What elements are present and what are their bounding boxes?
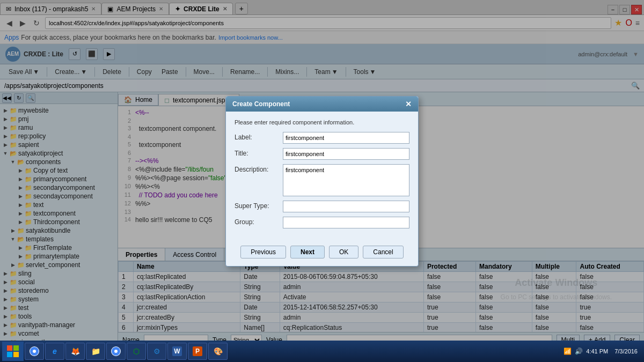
next-label: Next	[301, 248, 314, 256]
ok-label: OK	[339, 248, 348, 256]
supertype-input[interactable]	[283, 201, 409, 212]
word-icon: W	[172, 346, 182, 356]
svg-rect-0	[7, 345, 12, 351]
taskbar-chrome2[interactable]	[106, 343, 126, 360]
modal-overlay: Create Component ✕ Please enter required…	[0, 0, 644, 362]
ie-icon: e	[50, 346, 60, 356]
title-row: Title:	[235, 148, 409, 160]
ok-button[interactable]: OK	[329, 246, 358, 258]
taskbar-ppt[interactable]: P	[188, 343, 207, 360]
taskbar-ie[interactable]: e	[45, 343, 64, 360]
taskbar-app8[interactable]: ⚙	[147, 343, 166, 360]
app8-icon: ⚙	[152, 346, 162, 356]
taskbar-paint[interactable]: 🎨	[208, 343, 228, 360]
next-button[interactable]: Next	[290, 246, 325, 258]
supertype-field-label: Super Type:	[235, 201, 283, 210]
taskbar: e 🦊 📁 ⬡ ⚙ W P 🎨	[0, 341, 644, 362]
modal-footer: Previous Next OK Cancel	[226, 240, 418, 266]
tray-date: 7/3/2016	[614, 348, 638, 354]
label-input[interactable]	[283, 132, 409, 144]
previous-label: Previous	[251, 248, 276, 256]
start-button[interactable]	[2, 342, 24, 361]
cancel-button[interactable]: Cancel	[363, 246, 403, 258]
group-row: Group:	[235, 217, 409, 228]
modal-header: Create Component ✕	[226, 97, 418, 112]
chrome2-icon	[111, 346, 121, 356]
ppt-icon: P	[193, 346, 202, 356]
taskbar-word[interactable]: W	[167, 343, 187, 360]
chrome-icon	[30, 346, 39, 356]
description-row: Description: firstcomponent	[235, 164, 409, 196]
label-row: Label:	[235, 132, 409, 144]
previous-button[interactable]: Previous	[240, 246, 286, 258]
group-field-label: Group:	[235, 217, 283, 226]
svg-rect-2	[7, 352, 12, 357]
taskbar-chrome[interactable]	[25, 343, 44, 360]
tray-volume-icon: 🔊	[575, 348, 583, 355]
explorer-icon: 📁	[91, 346, 100, 356]
svg-rect-1	[13, 345, 19, 351]
title-field-label: Title:	[235, 148, 283, 157]
modal-close-button[interactable]: ✕	[405, 100, 412, 108]
description-textarea[interactable]: firstcomponent	[283, 164, 409, 196]
taskbar-firefox[interactable]: 🦊	[65, 343, 85, 360]
tray-network-icon: 📶	[564, 348, 572, 355]
paint-icon: 🎨	[213, 346, 223, 356]
svg-point-7	[114, 350, 118, 353]
cancel-label: Cancel	[373, 248, 393, 256]
title-input[interactable]	[283, 148, 409, 160]
create-component-modal: Create Component ✕ Please enter required…	[225, 96, 419, 267]
label-field-label: Label:	[235, 132, 283, 141]
app7-icon: ⬡	[131, 346, 141, 356]
modal-body: Please enter required component informat…	[226, 112, 418, 240]
tray-time: 4:41 PM	[586, 348, 608, 354]
taskbar-app7[interactable]: ⬡	[127, 343, 146, 360]
svg-point-5	[33, 350, 36, 353]
group-input[interactable]	[283, 217, 409, 228]
firefox-icon: 🦊	[70, 346, 80, 356]
description-field-label: Description:	[235, 164, 283, 173]
modal-title: Create Component	[232, 100, 290, 108]
system-tray: 📶 🔊 4:41 PM 7/3/2016	[559, 348, 642, 355]
taskbar-explorer[interactable]: 📁	[86, 343, 105, 360]
modal-intro: Please enter required component informat…	[235, 119, 409, 125]
svg-rect-3	[13, 352, 19, 357]
supertype-row: Super Type:	[235, 201, 409, 212]
